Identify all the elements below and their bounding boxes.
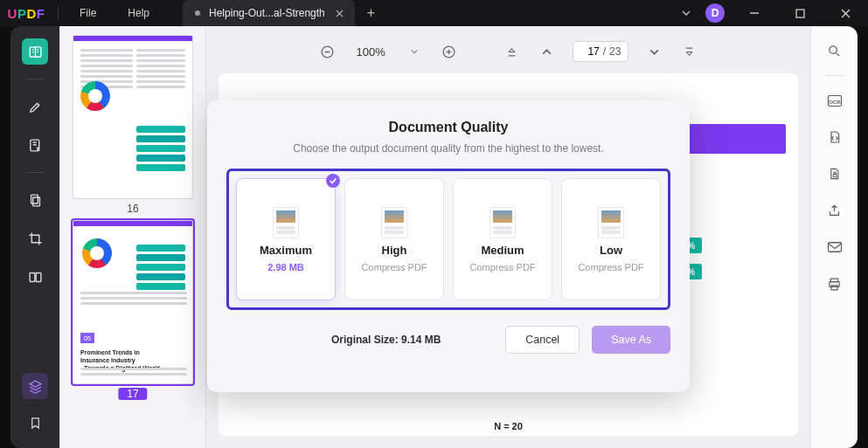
tab-close-button[interactable]	[334, 7, 346, 19]
quality-option-low[interactable]: Low Compress PDF	[561, 178, 661, 300]
svg-rect-0	[796, 10, 804, 17]
menu-file[interactable]: File	[64, 7, 112, 19]
quality-meta: Compress PDF	[578, 262, 643, 272]
save-as-button[interactable]: Save As	[592, 326, 670, 354]
quality-preview-icon	[273, 207, 299, 238]
app-logo: UPDF	[0, 6, 52, 21]
quality-name: Low	[600, 244, 622, 257]
selected-check-icon	[326, 174, 340, 188]
cancel-button[interactable]: Cancel	[505, 326, 580, 354]
app-frame: 16 05 Prominent Trends in Insurance Indu…	[10, 26, 858, 448]
original-size-label: Original Size: 9.14 MB	[331, 334, 441, 346]
menu-help[interactable]: Help	[112, 7, 165, 19]
dialog-subtitle: Choose the output document quality from …	[226, 142, 670, 155]
quality-option-maximum[interactable]: Maximum 2.98 MB	[236, 178, 336, 300]
new-tab-button[interactable]: +	[367, 5, 375, 21]
tab-more-dropdown[interactable]	[681, 8, 691, 18]
document-quality-dialog: Document Quality Choose the output docum…	[207, 100, 690, 392]
quality-options-group: Maximum 2.98 MB High Compress PDF Medium…	[226, 169, 670, 310]
dialog-title: Document Quality	[226, 120, 670, 135]
quality-preview-icon	[381, 207, 407, 238]
quality-meta: Compress PDF	[469, 262, 535, 272]
quality-meta: 2.98 MB	[267, 262, 304, 272]
quality-preview-icon	[490, 207, 516, 238]
quality-meta: Compress PDF	[361, 262, 427, 272]
quality-name: Maximum	[260, 244, 312, 257]
window-minimize-button[interactable]	[739, 0, 770, 26]
document-tab[interactable]: Helping-Out...al-Strength	[183, 0, 355, 26]
window-close-button[interactable]	[830, 0, 861, 26]
quality-option-medium[interactable]: Medium Compress PDF	[453, 178, 552, 300]
quality-name: High	[382, 244, 407, 257]
titlebar: UPDF File Help Helping-Out...al-Strength…	[0, 0, 868, 26]
tab-title: Helping-Out...al-Strength	[209, 7, 325, 19]
modal-overlay: Document Quality Choose the output docum…	[10, 26, 858, 448]
tab-indicator-icon	[195, 10, 200, 16]
window-maximize-button[interactable]	[784, 0, 816, 26]
quality-preview-icon	[598, 207, 624, 238]
quality-name: Medium	[481, 244, 524, 257]
user-avatar[interactable]: D	[705, 3, 725, 23]
quality-option-high[interactable]: High Compress PDF	[344, 178, 444, 300]
